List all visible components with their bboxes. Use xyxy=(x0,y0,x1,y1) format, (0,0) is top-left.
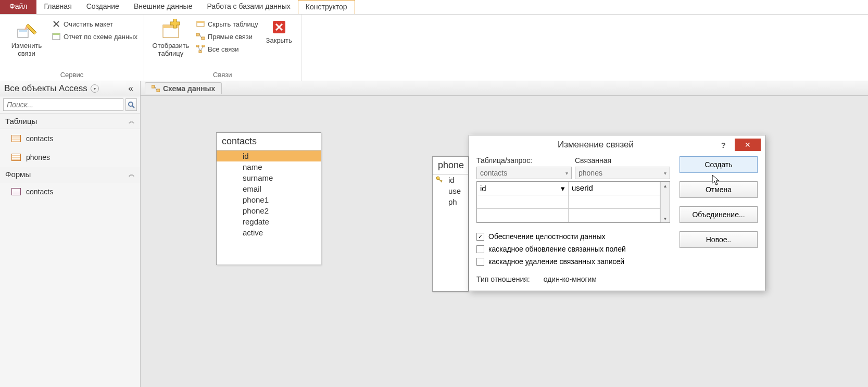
label-related-table: Связанная xyxy=(575,156,670,165)
checkbox-cascade-update[interactable]: каскадное обновление связанных полей xyxy=(476,243,670,255)
relations-icon xyxy=(152,85,160,92)
table-field[interactable]: phone1 xyxy=(217,194,321,205)
table-icon xyxy=(11,135,21,142)
label-relation-type: Тип отношения: xyxy=(476,275,530,283)
chevron-down-icon: ▾ xyxy=(565,170,568,176)
nav-pane-title: Все объекты Access xyxy=(4,83,87,94)
table-box-title: phone xyxy=(433,157,468,174)
close-label: Закрыть xyxy=(266,36,292,44)
map-left-field[interactable]: id▾ xyxy=(477,182,569,195)
nav-pane-collapse[interactable]: « xyxy=(125,83,136,94)
checkbox-icon xyxy=(476,258,484,266)
table-field[interactable]: surname xyxy=(217,172,321,183)
nav-item-label: contacts xyxy=(26,188,53,196)
table-field[interactable]: phone2 xyxy=(217,205,321,216)
edit-relations-button[interactable]: Изменить связи xyxy=(5,17,48,57)
map-left-empty[interactable] xyxy=(477,195,569,209)
clear-layout-label: Очистить макет xyxy=(64,20,113,28)
tab-designer[interactable]: Конструктор xyxy=(298,0,355,14)
svg-rect-9 xyxy=(202,37,205,40)
dialog-help-button[interactable]: ? xyxy=(718,141,728,149)
chevron-down-icon: ▾ xyxy=(561,184,565,193)
search-icon xyxy=(128,101,135,108)
table-field[interactable]: use xyxy=(433,185,468,196)
table-field[interactable]: active xyxy=(217,227,321,238)
tab-create[interactable]: Создание xyxy=(79,0,127,14)
show-table-label: Отобразить таблицу xyxy=(149,42,192,57)
table-field-id[interactable]: id xyxy=(217,151,321,161)
ribbon-tabs: Файл Главная Создание Внешние данные Раб… xyxy=(0,0,868,15)
chevron-up-icon: ︽ xyxy=(129,117,135,126)
svg-rect-8 xyxy=(196,33,199,36)
table-field[interactable]: name xyxy=(217,161,321,172)
section-forms-header[interactable]: Формы ︽ xyxy=(0,167,140,182)
close-icon xyxy=(271,19,287,35)
nav-table-phones[interactable]: phones xyxy=(0,148,140,167)
checkbox-integrity[interactable]: ✓ Обеспечение целостности данных xyxy=(476,230,670,243)
tab-home[interactable]: Главная xyxy=(36,0,79,14)
table-field[interactable]: regdate xyxy=(217,216,321,227)
direct-relations-label: Прямые связи xyxy=(208,33,253,41)
svg-rect-1 xyxy=(19,30,27,32)
grid-scrollbar[interactable]: ▴▾ xyxy=(660,182,670,222)
table-field-id[interactable]: id xyxy=(433,174,468,185)
close-button[interactable]: Закрыть xyxy=(262,17,296,44)
doc-tab-relations[interactable]: Схема данных xyxy=(145,82,222,94)
hide-table-icon xyxy=(196,20,205,28)
key-icon xyxy=(436,176,443,183)
edit-relations-label: Изменить связи xyxy=(5,42,48,57)
checkbox-cascade-delete[interactable]: каскадное удаление связанных записей xyxy=(476,255,670,268)
table-field[interactable]: ph xyxy=(433,196,468,207)
tab-external-data[interactable]: Внешние данные xyxy=(127,0,200,14)
clear-layout-button[interactable]: Очистить макет xyxy=(51,19,139,29)
relations-canvas[interactable]: contacts id name surname email phone1 ph… xyxy=(141,96,868,387)
direct-relations-button[interactable]: Прямые связи xyxy=(195,31,259,42)
dialog-close-button[interactable]: ✕ xyxy=(735,139,761,151)
table-box-title: contacts xyxy=(217,133,321,151)
report-icon xyxy=(52,32,60,41)
cancel-button[interactable]: Отмена xyxy=(680,181,758,198)
hide-table-button[interactable]: Скрыть таблицу xyxy=(195,19,259,29)
table-icon xyxy=(11,154,21,161)
join-button[interactable]: Объединение... xyxy=(680,206,758,223)
nav-pane-header[interactable]: Все объекты Access ▾ « xyxy=(0,81,140,96)
all-relations-icon xyxy=(196,45,205,53)
group-relations-label: Связи xyxy=(149,70,296,80)
map-right-field[interactable]: userid xyxy=(569,182,660,195)
table-box-phones[interactable]: phone id use ph xyxy=(432,156,469,292)
relation-report-button[interactable]: Отчет по схеме данных xyxy=(51,31,139,42)
checkbox-icon xyxy=(476,245,484,253)
doc-tab-label: Схема данных xyxy=(163,84,215,93)
combo-right-table[interactable]: phones▾ xyxy=(575,167,670,179)
ribbon-group-service: Изменить связи Очистить макет Отчет по с… xyxy=(0,15,144,81)
field-mapping-grid: id▾ userid ▴▾ xyxy=(476,181,670,223)
create-button[interactable]: Создать xyxy=(680,156,758,173)
checkbox-icon: ✓ xyxy=(476,233,484,241)
tab-database-tools[interactable]: Работа с базами данных xyxy=(199,0,297,14)
map-right-empty[interactable] xyxy=(569,195,660,209)
svg-rect-15 xyxy=(152,85,155,88)
nav-table-contacts[interactable]: contacts xyxy=(0,129,140,148)
map-left-empty[interactable] xyxy=(477,209,569,222)
table-field[interactable]: email xyxy=(217,183,321,194)
combo-left-table[interactable]: contacts▾ xyxy=(476,167,572,179)
map-right-empty[interactable] xyxy=(569,209,660,222)
show-table-button[interactable]: Отобразить таблицу xyxy=(149,17,192,57)
svg-rect-10 xyxy=(196,45,199,47)
svg-rect-16 xyxy=(157,89,160,92)
nav-item-label: phones xyxy=(26,153,50,161)
table-box-contacts[interactable]: contacts id name surname email phone1 ph… xyxy=(216,132,321,265)
search-button[interactable] xyxy=(125,98,137,111)
new-button[interactable]: Новое.. xyxy=(680,231,758,248)
nav-form-contacts[interactable]: contacts xyxy=(0,182,140,201)
checkbox-label: каскадное удаление связанных записей xyxy=(488,257,624,266)
value-relation-type: один-ко-многим xyxy=(544,275,597,283)
nav-item-label: contacts xyxy=(26,134,53,143)
tab-file[interactable]: Файл xyxy=(0,0,36,14)
section-tables-header[interactable]: Таблицы ︽ xyxy=(0,114,140,129)
all-relations-button[interactable]: Все связи xyxy=(195,44,259,54)
nav-pane-dropdown-icon[interactable]: ▾ xyxy=(91,84,99,93)
relation-report-label: Отчет по схеме данных xyxy=(64,33,137,41)
clear-icon xyxy=(52,20,60,28)
search-input[interactable] xyxy=(3,98,123,111)
